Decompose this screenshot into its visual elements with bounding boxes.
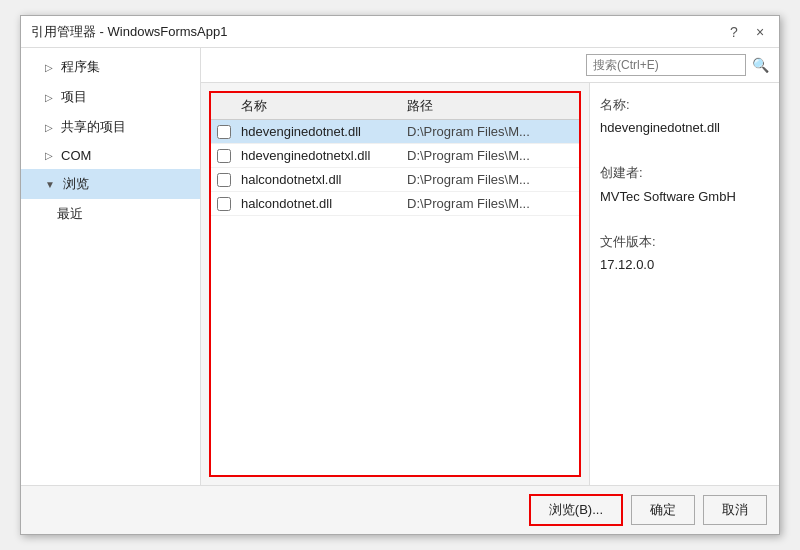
row-checkbox-container — [217, 173, 241, 187]
arrow-icon: ▷ — [45, 92, 53, 103]
titlebar-controls: ? × — [725, 23, 769, 41]
sidebar-item-label: 浏览 — [63, 175, 89, 193]
browse-button[interactable]: 浏览(B)... — [529, 494, 623, 526]
sidebar-item-recent[interactable]: 最近 — [21, 199, 200, 229]
detail-version-label: 文件版本: — [600, 230, 769, 253]
row-name: hdevenginedotnetxl.dll — [241, 148, 407, 163]
file-list-header: 名称 路径 — [211, 93, 579, 120]
close-button[interactable]: × — [751, 23, 769, 41]
row-path: D:\Program Files\M... — [407, 172, 573, 187]
row-name: halcondotnetxl.dll — [241, 172, 407, 187]
row-checkbox[interactable] — [217, 197, 231, 211]
content-area: 名称 路径 hdevenginedotnet.dll D:\Program Fi… — [201, 83, 779, 485]
sidebar-item-browse[interactable]: ▼ 浏览 — [21, 169, 200, 199]
arrow-icon: ▷ — [45, 122, 53, 133]
row-checkbox[interactable] — [217, 125, 231, 139]
row-path: D:\Program Files\M... — [407, 124, 573, 139]
table-row[interactable]: hdevenginedotnetxl.dll D:\Program Files\… — [211, 144, 579, 168]
sidebar-item-com[interactable]: ▷ COM — [21, 142, 200, 169]
sidebar-item-label: COM — [61, 148, 91, 163]
arrow-icon: ▷ — [45, 62, 53, 73]
arrow-icon: ▷ — [45, 150, 53, 161]
sidebar-item-label: 共享的项目 — [61, 118, 126, 136]
reference-manager-window: 引用管理器 - WindowsFormsApp1 ? × ▷ 程序集 ▷ 项目 … — [20, 15, 780, 535]
detail-panel: 名称: hdevenginedotnet.dll 创建者: MVTec Soft… — [589, 83, 779, 485]
col-check-header — [217, 97, 241, 115]
right-panel: 🔍 名称 路径 hdevenginedotnet. — [201, 48, 779, 485]
search-icon[interactable]: 🔍 — [752, 57, 769, 73]
row-checkbox-container — [217, 149, 241, 163]
col-name-header: 名称 — [241, 97, 407, 115]
col-path-header: 路径 — [407, 97, 573, 115]
detail-creator-value: MVTec Software GmbH — [600, 185, 769, 208]
cancel-button[interactable]: 取消 — [703, 495, 767, 525]
row-path: D:\Program Files\M... — [407, 196, 573, 211]
question-button[interactable]: ? — [725, 23, 743, 41]
table-row[interactable]: hdevenginedotnet.dll D:\Program Files\M.… — [211, 120, 579, 144]
row-checkbox-container — [217, 125, 241, 139]
sidebar-item-label: 最近 — [57, 205, 83, 223]
detail-name-value: hdevenginedotnet.dll — [600, 116, 769, 139]
table-row[interactable]: halcondotnetxl.dll D:\Program Files\M... — [211, 168, 579, 192]
main-content: ▷ 程序集 ▷ 项目 ▷ 共享的项目 ▷ COM ▼ 浏览 最近 — [21, 48, 779, 485]
titlebar: 引用管理器 - WindowsFormsApp1 ? × — [21, 16, 779, 48]
detail-version-value: 17.12.0.0 — [600, 253, 769, 276]
row-name: halcondotnet.dll — [241, 196, 407, 211]
row-name: hdevenginedotnet.dll — [241, 124, 407, 139]
bottom-bar: 浏览(B)... 确定 取消 — [21, 485, 779, 534]
sidebar: ▷ 程序集 ▷ 项目 ▷ 共享的项目 ▷ COM ▼ 浏览 最近 — [21, 48, 201, 485]
table-row[interactable]: halcondotnet.dll D:\Program Files\M... — [211, 192, 579, 216]
row-checkbox-container — [217, 197, 241, 211]
row-checkbox[interactable] — [217, 149, 231, 163]
ok-button[interactable]: 确定 — [631, 495, 695, 525]
detail-creator-label: 创建者: — [600, 161, 769, 184]
arrow-icon: ▼ — [45, 179, 55, 190]
sidebar-item-project[interactable]: ▷ 项目 — [21, 82, 200, 112]
sidebar-item-assemblies[interactable]: ▷ 程序集 — [21, 52, 200, 82]
row-checkbox[interactable] — [217, 173, 231, 187]
search-bar: 🔍 — [201, 48, 779, 83]
file-list-panel: 名称 路径 hdevenginedotnet.dll D:\Program Fi… — [209, 91, 581, 477]
detail-name-label: 名称: — [600, 93, 769, 116]
sidebar-item-shared[interactable]: ▷ 共享的项目 — [21, 112, 200, 142]
window-title: 引用管理器 - WindowsFormsApp1 — [31, 23, 227, 41]
search-input[interactable] — [586, 54, 746, 76]
sidebar-item-label: 项目 — [61, 88, 87, 106]
sidebar-item-label: 程序集 — [61, 58, 100, 76]
row-path: D:\Program Files\M... — [407, 148, 573, 163]
